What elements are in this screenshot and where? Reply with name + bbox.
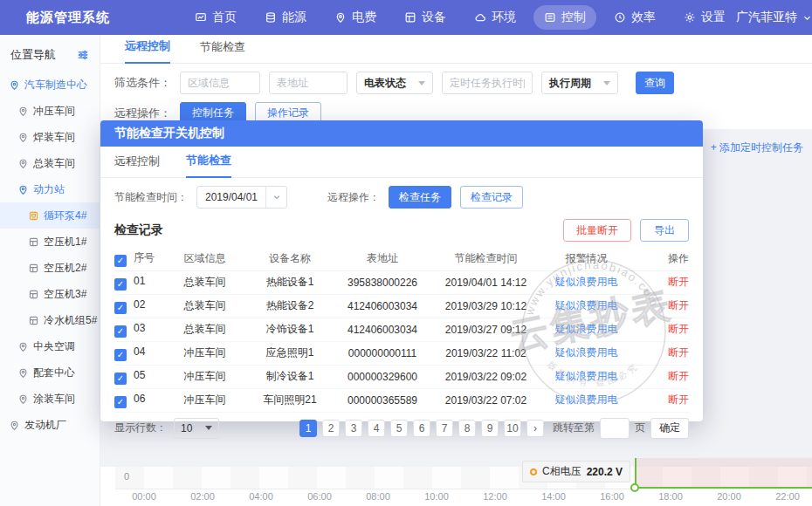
page-button[interactable]: 10	[504, 420, 521, 437]
sidebar-item-power-station[interactable]: 动力站	[0, 176, 100, 202]
sidebar-item-compressor-3[interactable]: 空压机3#	[0, 281, 100, 307]
add-timed-task-link[interactable]: + 添加定时控制任务	[711, 140, 803, 155]
pin-icon	[17, 158, 29, 169]
modal-tab-remote[interactable]: 远程控制	[114, 154, 160, 177]
nav-electricity-fee-label: 电费	[352, 10, 376, 25]
page-button[interactable]: 4	[368, 420, 385, 437]
page-button[interactable]: 7	[436, 420, 453, 437]
check-record-button[interactable]: 检查记录	[460, 186, 523, 209]
sidebar-item-label: 涂装车间	[33, 392, 75, 407]
row-checkbox[interactable]: ✓	[114, 325, 127, 338]
x-tick: 20:00	[703, 491, 755, 502]
sidebar-item-assembly[interactable]: 总装车间	[0, 150, 100, 176]
sidebar-item-stamping[interactable]: 冲压车间	[0, 98, 100, 124]
check-task-button[interactable]: 检查任务	[389, 186, 451, 209]
row-checkbox[interactable]: ✓	[114, 373, 127, 385]
alarm-link[interactable]: 疑似浪费用电	[555, 393, 618, 406]
row-checkbox[interactable]: ✓	[114, 396, 127, 408]
alarm-link[interactable]: 疑似浪费用电	[555, 276, 618, 288]
confirm-button[interactable]: 确定	[650, 418, 689, 439]
row-checkbox[interactable]: ✓	[114, 278, 127, 291]
task-time-input[interactable]	[442, 72, 533, 94]
row-checkbox[interactable]: ✓	[114, 302, 127, 314]
sidebar-item-chiller-5[interactable]: 冷水机组5#	[0, 307, 100, 333]
nav-energy-label: 能源	[282, 10, 306, 25]
col-time-header: 节能检查时间	[431, 248, 540, 270]
sidebar-item-welding[interactable]: 焊装车间	[0, 124, 100, 150]
row-area: 冲压车间	[163, 341, 246, 365]
meter-icon	[28, 236, 39, 248]
nav-efficiency[interactable]: 效率	[603, 5, 666, 30]
nav-electricity-fee[interactable]: 电费	[324, 5, 387, 30]
disconnect-link[interactable]: 断开	[668, 323, 689, 335]
row-device: 车间照明21	[246, 388, 334, 412]
alarm-link[interactable]: 疑似浪费用电	[555, 346, 618, 359]
nav-home[interactable]: 首页	[184, 5, 247, 30]
export-button[interactable]: 导出	[640, 219, 689, 242]
sidebar-item-compressor-2[interactable]: 空压机2#	[0, 255, 100, 281]
row-checkbox[interactable]: ✓	[114, 349, 127, 361]
disconnect-link[interactable]: 断开	[668, 393, 689, 406]
pagination-bar: 显示行数： 10 1 2 3 4 5 6 7 8 9 10 › 跳转至第 页 确…	[100, 413, 703, 444]
chart-alert-zone	[636, 458, 812, 487]
rows-per-page-select[interactable]: 10	[174, 418, 219, 439]
pin-icon	[9, 420, 20, 431]
meter-address-input[interactable]	[269, 72, 348, 94]
sidebar-item-support-center[interactable]: 配套中心	[0, 359, 100, 386]
company-name: 广汽菲亚特	[736, 10, 797, 25]
sidebar-item-compressor-1[interactable]: 空压机1#	[0, 229, 100, 255]
sidebar-item-car-center[interactable]: 汽车制造中心	[0, 72, 100, 98]
company-selector[interactable]: 广汽菲亚特	[736, 10, 812, 25]
chevron-down-icon	[802, 13, 812, 23]
row-area: 冲压车间	[163, 365, 246, 388]
row-addr: 412406003034	[334, 294, 431, 318]
nav-energy[interactable]: 能源	[254, 5, 317, 30]
meter-status-value: 电表状态	[364, 76, 406, 91]
batch-disconnect-button[interactable]: 批量断开	[563, 219, 631, 242]
cycle-select[interactable]: 执行周期	[541, 72, 618, 94]
page-button[interactable]: 8	[458, 420, 476, 437]
check-date-select[interactable]: 2019/04/01	[196, 186, 287, 209]
disconnect-link[interactable]: 断开	[668, 346, 689, 359]
page-button[interactable]: 9	[481, 420, 499, 437]
page-button[interactable]: 5	[390, 420, 408, 437]
sidebar-item-central-ac[interactable]: 中央空调	[0, 333, 100, 359]
jump-page-input[interactable]	[600, 418, 630, 439]
modal-tab-energy-check[interactable]: 节能检查	[186, 153, 231, 178]
filter-sliders-icon[interactable]	[77, 49, 89, 61]
page-button[interactable]: 3	[345, 420, 362, 437]
nav-efficiency-label: 效率	[631, 10, 656, 25]
x-tick: 02:00	[176, 491, 229, 502]
row-no: 04	[134, 345, 145, 358]
table-row: ✓06 冲压车间 车间照明21 000000365589 2019/03/22 …	[114, 388, 689, 412]
row-time: 2019/03/22 09:02	[431, 365, 540, 388]
tab-energy-check[interactable]: 节能检查	[200, 39, 245, 63]
disconnect-link[interactable]: 断开	[668, 370, 689, 382]
nav-environment[interactable]: 环境	[464, 5, 526, 30]
topbar: 能源管理系统 首页 能源 电费 设备 环境 控制 效率	[0, 0, 812, 35]
page-button[interactable]: 1	[299, 420, 317, 437]
region-input[interactable]	[180, 72, 260, 94]
alarm-link[interactable]: 疑似浪费用电	[555, 323, 618, 335]
next-page-button[interactable]: ›	[526, 420, 544, 437]
page-button[interactable]: 2	[322, 420, 340, 437]
nav-devices[interactable]: 设备	[394, 5, 457, 30]
page-button[interactable]: 6	[413, 420, 430, 437]
select-all-checkbox[interactable]: ✓	[114, 255, 127, 267]
row-area: 总装车间	[163, 294, 246, 318]
series-value: 220.2 V	[587, 466, 623, 478]
sidebar-item-label: 汽车制造中心	[24, 78, 87, 92]
sidebar-item-painting[interactable]: 涂装车间	[0, 386, 100, 412]
sidebar-item-circulation-pump-4[interactable]: 循环泵4#	[0, 202, 100, 229]
disconnect-link[interactable]: 断开	[668, 299, 689, 311]
nav-control[interactable]: 控制	[533, 5, 596, 30]
meter-status-select[interactable]: 电表状态	[356, 72, 433, 94]
alarm-link[interactable]: 疑似浪费用电	[555, 299, 618, 311]
row-device: 制冷设备1	[246, 365, 334, 388]
alarm-link[interactable]: 疑似浪费用电	[555, 370, 618, 382]
tab-remote-control[interactable]: 远程控制	[125, 38, 170, 64]
sidebar-item-engine-plant[interactable]: 发动机厂	[0, 412, 100, 438]
disconnect-link[interactable]: 断开	[668, 276, 689, 288]
nav-settings[interactable]: 设置	[673, 5, 736, 30]
search-button[interactable]: 查询	[636, 72, 674, 94]
